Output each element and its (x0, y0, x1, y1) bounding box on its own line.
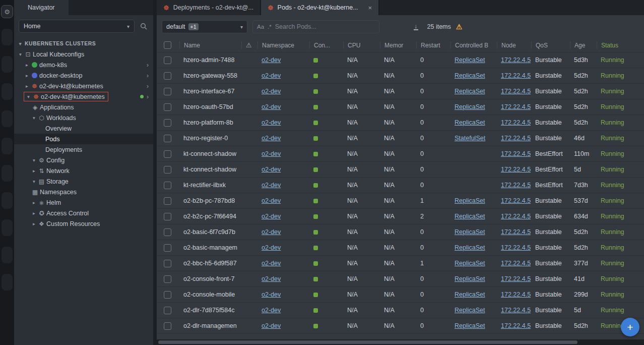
row-checkbox[interactable] (164, 56, 171, 64)
column-containers[interactable]: Con... (309, 41, 343, 49)
column-qos[interactable]: QoS (531, 41, 570, 49)
row-checkbox[interactable] (164, 182, 171, 189)
hotbar-slot[interactable] (2, 56, 13, 73)
row-checkbox[interactable] (164, 322, 171, 330)
row-menu-icon[interactable]: ⋮ (638, 103, 644, 111)
tree-item-deployments[interactable]: Deployments (14, 144, 153, 155)
controlled-by-link[interactable]: ReplicaSet (455, 275, 485, 282)
node-link[interactable]: 172.22.4.5 (501, 166, 531, 173)
row-menu-icon[interactable]: ⋮ (638, 244, 644, 252)
namespace-link[interactable]: o2-dev (262, 291, 281, 298)
namespace-link[interactable]: o2-dev (262, 275, 281, 282)
expand-chevron-icon[interactable]: ▸ (31, 200, 37, 205)
table-row[interactable]: o2-bbc-h5-6d9f587 o2-dev N/A N/A 1 Repli… (157, 256, 644, 271)
node-link[interactable]: 172.22.4.5 (501, 56, 531, 64)
namespace-link[interactable]: o2-dev (262, 322, 281, 329)
table-row[interactable]: hzero-platform-8b o2-dev N/A N/A 0 Repli… (157, 115, 644, 131)
namespace-link[interactable]: o2-dev (262, 72, 281, 79)
node-link[interactable]: 172.22.4.5 (501, 72, 531, 79)
row-menu-icon[interactable]: ⋮ (638, 213, 644, 220)
row-checkbox[interactable] (164, 213, 171, 220)
tree-item-o2-dev-kt-kubernetes[interactable]: ▾☸o2-dev-kt@kubernetes› (14, 91, 153, 102)
column-name[interactable]: Name (179, 41, 241, 49)
namespace-link[interactable]: o2-dev (262, 197, 281, 204)
namespace-link[interactable]: o2-dev (262, 244, 281, 251)
search-icon[interactable] (139, 21, 149, 31)
node-link[interactable]: 172.22.4.5 (501, 119, 531, 126)
tree-item-overview[interactable]: Overview (14, 123, 153, 134)
column-status[interactable]: Status (597, 41, 638, 49)
namespace-link[interactable]: o2-dev (262, 182, 281, 189)
column-controlled-by[interactable]: Controlled B (450, 41, 497, 49)
catalog-icon[interactable]: ⚙ (1, 5, 13, 18)
node-link[interactable]: 172.22.4.5 (501, 213, 531, 220)
expand-chevron-icon[interactable]: ▾ (31, 115, 37, 121)
namespace-link[interactable]: o2-dev (262, 228, 281, 236)
controlled-by-link[interactable]: ReplicaSet (455, 88, 485, 95)
row-menu-icon[interactable]: ⋮ (638, 182, 644, 189)
row-menu-icon[interactable]: ⋮ (638, 307, 644, 314)
tab-pods[interactable]: ☸ Pods - o2-dev-kt@kuberne... × (261, 0, 379, 15)
search-input[interactable]: Aa .* Search Pods... (252, 20, 379, 33)
node-link[interactable]: 172.22.4.5 (501, 103, 531, 110)
row-checkbox[interactable] (164, 72, 171, 80)
namespace-link[interactable]: o2-dev (262, 56, 281, 64)
column-node[interactable]: Node (497, 41, 531, 49)
table-row[interactable]: o2-console-front-7 o2-dev N/A N/A 0 Repl… (157, 271, 644, 287)
tree-item-access-control[interactable]: ▸✪Access Control (14, 208, 153, 218)
controlled-by-link[interactable]: ReplicaSet (455, 72, 485, 79)
tree-item-workloads[interactable]: ▾⬡Workloads (14, 112, 153, 123)
tree-item-o2-dev-kt-kubernetes[interactable]: ▸☸o2-dev-kt@kubernetes› (14, 81, 153, 91)
row-menu-icon[interactable]: ⋮ (638, 72, 644, 80)
table-row[interactable]: o2-basic-managem o2-dev N/A N/A 0 Replic… (157, 240, 644, 256)
expand-chevron-icon[interactable]: ▾ (31, 179, 37, 184)
table-row[interactable]: kt-rectifier-ilbxk o2-dev N/A N/A 0 172.… (157, 178, 644, 193)
namespace-link[interactable]: o2-dev (262, 260, 281, 267)
table-row[interactable]: o2-console-mobile o2-dev N/A N/A 0 Repli… (157, 287, 644, 303)
namespace-link[interactable]: o2-dev (262, 103, 281, 110)
controlled-by-link[interactable]: ReplicaSet (455, 307, 485, 314)
namespace-link[interactable]: o2-dev (262, 135, 281, 142)
expand-chevron-icon[interactable]: ▸ (24, 83, 30, 89)
controlled-by-link[interactable]: ReplicaSet (455, 244, 485, 251)
match-case-toggle[interactable]: Aa (257, 24, 264, 30)
table-row[interactable]: o2-dlr-7d875f584c o2-dev N/A N/A 0 Repli… (157, 303, 644, 318)
tab-navigator[interactable]: Navigator (14, 0, 69, 15)
hotbar-slot[interactable] (2, 110, 13, 127)
row-menu-icon[interactable]: ⋮ (638, 166, 644, 174)
warning-icon[interactable]: ⚠ (456, 23, 463, 31)
home-select[interactable]: Home ▾ (19, 20, 135, 33)
node-link[interactable]: 172.22.4.5 (501, 197, 531, 204)
row-menu-icon[interactable]: ⋮ (638, 119, 644, 127)
table-row[interactable]: kt-connect-shadow o2-dev N/A N/A 0 172.2… (157, 162, 644, 178)
row-checkbox[interactable] (164, 119, 171, 127)
tree-item-namespaces[interactable]: ▦Namespaces (14, 187, 153, 197)
node-link[interactable]: 172.22.4.5 (501, 307, 531, 314)
row-checkbox[interactable] (164, 228, 171, 236)
hotbar-slot[interactable] (2, 138, 13, 154)
controlled-by-link[interactable]: ReplicaSet (455, 56, 485, 64)
node-link[interactable]: 172.22.4.5 (501, 291, 531, 298)
regex-toggle[interactable]: .* (268, 24, 272, 30)
select-all-checkbox[interactable] (164, 41, 171, 49)
row-checkbox[interactable] (164, 166, 171, 174)
row-checkbox[interactable] (164, 275, 171, 283)
node-link[interactable]: 172.22.4.5 (501, 260, 531, 267)
expand-chevron-icon[interactable]: ▾ (31, 157, 37, 163)
expand-chevron-icon[interactable]: ▸ (31, 221, 37, 226)
controlled-by-link[interactable]: ReplicaSet (455, 119, 485, 126)
column-cpu[interactable]: CPU (343, 41, 380, 49)
controlled-by-link[interactable]: ReplicaSet (455, 291, 485, 298)
table-row[interactable]: o2-b2b-pc-787bd8 o2-dev N/A N/A 1 Replic… (157, 193, 644, 209)
expand-chevron-icon[interactable]: ▸ (24, 73, 30, 78)
expand-chevron-icon[interactable]: ▸ (24, 62, 30, 68)
controlled-by-link[interactable]: ReplicaSet (455, 213, 485, 220)
column-namespace[interactable]: Namespace (257, 41, 309, 49)
row-menu-icon[interactable]: ⋮ (638, 291, 644, 299)
tree-item-applications[interactable]: ◈Applications (14, 102, 153, 112)
expand-chevron-icon[interactable]: ▾ (25, 94, 32, 99)
namespace-select[interactable]: default +1 ▾ (162, 20, 247, 33)
column-restarts[interactable]: Restart (416, 41, 450, 49)
node-link[interactable]: 172.22.4.5 (501, 322, 531, 329)
namespace-link[interactable]: o2-dev (262, 88, 281, 95)
